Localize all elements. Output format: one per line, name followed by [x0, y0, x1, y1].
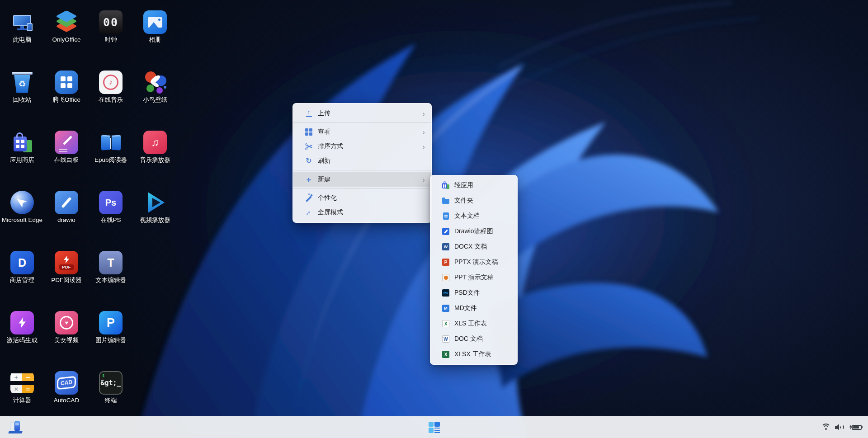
clock-icon: 00: [99, 10, 123, 34]
desktop-icon-label: 应用商店: [10, 156, 34, 164]
desktop-icon-album[interactable]: 相册: [133, 10, 177, 43]
menu-item-personalize[interactable]: 个性化: [293, 191, 431, 205]
onlyoffice-icon: [55, 10, 78, 34]
submenu-item-label: XLSX 工作表: [454, 350, 491, 358]
expand-icon: ↕: [304, 209, 313, 216]
md-icon: M: [441, 304, 450, 312]
menu-item-fullscreen-mode[interactable]: ↕全屏模式: [293, 205, 431, 220]
chevron-right-icon: ›: [422, 110, 427, 118]
submenu-item-xlsx-sheet[interactable]: XXLSX 工作表: [430, 347, 517, 362]
online-whiteboard-icon: [55, 131, 78, 154]
desktop-icon-label: 视频播放器: [140, 217, 170, 224]
desktop-icon-bird-wallpaper[interactable]: 小鸟壁纸: [133, 71, 177, 104]
submenu-item-folder[interactable]: 文件夹: [430, 193, 517, 208]
desktop-icon-this-pc[interactable]: 此电脑: [0, 10, 44, 43]
battery-charging-icon[interactable]: [849, 420, 862, 434]
psd-icon: Ps: [441, 289, 450, 297]
this-pc-icon: [10, 10, 34, 34]
start-pc-tower-icon: [8, 421, 23, 433]
microsoft-edge-icon: [10, 191, 34, 214]
desktop-icon-epub-reader[interactable]: Epub阅读器: [89, 131, 132, 164]
desktop-icon-label: AutoCAD: [54, 397, 79, 404]
desktop-icon-recycle-bin[interactable]: ♻回收站: [0, 71, 44, 104]
desktop-icon-autocad[interactable]: CADAutoCAD: [45, 371, 88, 404]
desktop-icon-music-player[interactable]: ♫音乐播放器: [133, 131, 177, 164]
desktop-icon-label: 计算器: [13, 397, 32, 404]
volume-icon[interactable]: [835, 420, 845, 434]
submenu-item-pptx-presentation[interactable]: PPPTX 演示文稿: [430, 254, 517, 270]
desktop-icon-drawio[interactable]: drawio: [45, 191, 88, 224]
wifi-icon[interactable]: [821, 420, 831, 434]
submenu-item-label: XLS 工作表: [454, 320, 487, 328]
desktop-icon-online-ps[interactable]: Ps在线PS: [89, 191, 132, 224]
submenu-item-docx-document[interactable]: WDOCX 文档: [430, 239, 517, 254]
desktop-icon-app-store[interactable]: 应用商店: [0, 131, 44, 164]
online-ps-icon: Ps: [99, 191, 123, 214]
autocad-icon: CAD: [55, 371, 78, 395]
desktop-icon-tengfei-office[interactable]: 腾飞Office: [45, 71, 88, 104]
desktop-icon-label: 腾飞Office: [52, 96, 80, 104]
start-button[interactable]: [5, 418, 25, 436]
desktop-icon-label: 相册: [149, 36, 161, 43]
page-icon: [441, 212, 450, 220]
chevron-right-icon: ›: [422, 128, 427, 136]
text-editor-icon: T: [99, 251, 123, 274]
new-submenu: 轻应用文件夹文本文档Drawio流程图WDOCX 文档PPPTX 演示文稿PPT…: [430, 175, 518, 365]
desktop-icon-calculator[interactable]: +−×=计算器: [0, 371, 44, 404]
desktop-icon-pdf-reader[interactable]: PDFPDF阅读器: [45, 251, 88, 284]
menu-item-refresh[interactable]: ↻刷新: [293, 154, 431, 168]
desktop-icon-text-editor[interactable]: T文本编辑器: [89, 251, 132, 284]
submenu-item-ppt-presentation[interactable]: PPT 演示文稿: [430, 270, 517, 285]
submenu-item-md-file[interactable]: MMD文件: [430, 301, 517, 316]
desktop-icon-terminal[interactable]: $&gt;_终端: [89, 371, 132, 404]
desktop-icon-label: 小鸟壁纸: [143, 96, 167, 104]
menu-item-new[interactable]: +新建›: [293, 172, 431, 187]
pdf-reader-icon: PDF: [55, 251, 78, 274]
submenu-item-label: 文件夹: [454, 197, 473, 205]
submenu-item-label: PPT 演示文稿: [454, 273, 494, 282]
desktop-icon-image-editor[interactable]: P图片编辑器: [89, 311, 132, 344]
folder-icon: [441, 197, 450, 205]
desktop-icon-label: drawio: [57, 217, 75, 224]
desktop-icon-clock[interactable]: 00时钟: [89, 10, 132, 43]
desktop-icon-video-player[interactable]: 视频播放器: [133, 191, 177, 224]
submenu-item-light-app[interactable]: 轻应用: [430, 178, 517, 193]
desktop-icon-activation-code-gen[interactable]: 激活码生成: [0, 311, 44, 344]
drawio-icon: [441, 227, 450, 235]
system-tray: [821, 416, 862, 438]
desktop-icon-label: OnlyOffice: [52, 36, 81, 43]
desktop-icon-label: 音乐播放器: [140, 156, 170, 164]
music-player-icon: ♫: [143, 131, 167, 154]
launcher-button[interactable]: [424, 418, 444, 436]
submenu-item-xls-sheet[interactable]: XXLS 工作表: [430, 316, 517, 331]
image-editor-icon: P: [99, 311, 123, 334]
chevron-right-icon: ›: [422, 176, 427, 184]
menu-item-upload[interactable]: ↑上传›: [293, 106, 431, 121]
bag-icon: [441, 181, 450, 189]
desktop-icon-label: Epub阅读器: [94, 156, 127, 164]
desktop-icon-online-whiteboard[interactable]: 在线白板: [45, 131, 88, 164]
desktop-icon-beauty-video[interactable]: ♥美女视频: [45, 311, 88, 344]
desktop-icon-label: 激活码生成: [7, 337, 38, 344]
submenu-item-label: DOCX 文档: [454, 243, 487, 251]
submenu-item-label: DOC 文档: [454, 335, 483, 343]
launcher-grid-icon: [429, 422, 440, 433]
online-music-icon: ♪: [99, 71, 123, 94]
submenu-item-drawio-flowchart[interactable]: Drawio流程图: [430, 224, 517, 239]
desktop-icon-store-manager[interactable]: D商店管理: [0, 251, 44, 284]
submenu-item-label: PSD文件: [454, 289, 480, 297]
menu-item-sort-by[interactable]: 排序方式›: [293, 139, 431, 154]
desktop-icon-label: 时钟: [105, 36, 117, 43]
desktop-icon-label: 此电脑: [13, 36, 32, 43]
submenu-item-doc-document[interactable]: WDOC 文档: [430, 331, 517, 347]
store-manager-icon: D: [10, 251, 34, 274]
desktop-icon-microsoft-edge[interactable]: Microsoft Edge: [0, 191, 44, 224]
xlsx-icon: X: [441, 350, 450, 358]
desktop-icon-onlyoffice[interactable]: OnlyOffice: [45, 10, 88, 43]
submenu-item-text-document[interactable]: 文本文档: [430, 208, 517, 224]
submenu-item-psd-file[interactable]: PsPSD文件: [430, 285, 517, 301]
desktop-icon-online-music[interactable]: ♪在线音乐: [89, 71, 132, 104]
menu-separator: [293, 170, 431, 170]
menu-item-view[interactable]: 查看›: [293, 125, 431, 139]
desktop-icon-label: PDF阅读器: [51, 277, 82, 284]
